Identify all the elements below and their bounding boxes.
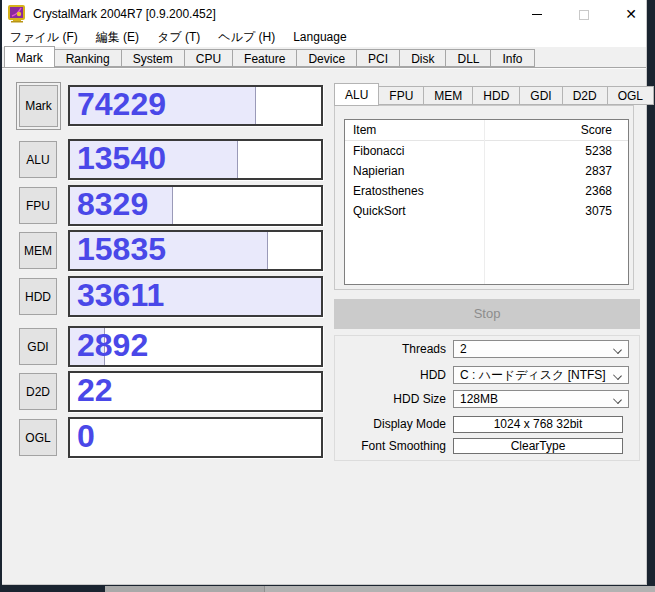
item-cell: Eratosthenes	[345, 181, 484, 201]
list-header-row: Item Score	[345, 120, 628, 141]
mem-score-bar: 15835	[68, 230, 323, 271]
score-cell: 3075	[484, 201, 620, 221]
main-tab-strip: Mark Ranking System CPU Feature Device P…	[2, 47, 646, 68]
app-icon	[8, 5, 26, 23]
d2d-run-button[interactable]: D2D	[19, 373, 57, 410]
list-row-napierian[interactable]: Napierian 2837	[345, 161, 628, 181]
hdd-run-button[interactable]: HDD	[19, 278, 57, 315]
mark-tab-page: Mark 74229 ALU 13540 FPU 8329 MEM 15835 …	[2, 68, 646, 585]
window-title: CrystalMark 2004R7 [0.9.200.452]	[33, 0, 216, 28]
score-cell: 2837	[484, 161, 620, 181]
fpu-run-button[interactable]: FPU	[19, 187, 57, 224]
close-button[interactable]: ✕	[609, 0, 653, 28]
stop-button[interactable]: Stop	[334, 299, 640, 329]
detail-tab-mem[interactable]: MEM	[424, 86, 473, 105]
alu-score-value: 13540	[77, 140, 166, 177]
list-row-fibonacci[interactable]: Fibonacci 5238	[345, 141, 628, 161]
gdi-score-bar: 2892	[68, 326, 323, 367]
maximize-button[interactable]	[562, 0, 606, 28]
tab-ranking[interactable]: Ranking	[55, 49, 122, 67]
menu-language[interactable]: Language	[284, 28, 355, 47]
hdd-score-bar: 33611	[68, 276, 323, 317]
score-cell: 2368	[484, 181, 620, 201]
detail-tab-gdi[interactable]: GDI	[520, 86, 562, 105]
tab-dll[interactable]: DLL	[446, 49, 491, 67]
ogl-run-button[interactable]: OGL	[19, 419, 57, 456]
gdi-run-button[interactable]: GDI	[19, 328, 57, 365]
display-mode-value: 1024 x 768 32bit	[453, 416, 623, 433]
tab-device[interactable]: Device	[297, 49, 357, 67]
fpu-score-bar: 8329	[68, 185, 323, 226]
chevron-down-icon	[613, 395, 622, 404]
alu-results-list[interactable]: Item Score Fibonacci 5238 Napierian 2837…	[344, 119, 629, 285]
detail-tab-alu[interactable]: ALU	[334, 83, 379, 106]
alu-score-bar: 13540	[68, 139, 323, 180]
hdd-label: HDD	[334, 366, 446, 384]
d2d-score-value: 22	[77, 372, 113, 409]
detail-tab-fpu[interactable]: FPU	[379, 86, 424, 105]
item-cell: QuickSort	[345, 201, 484, 221]
detail-tab-d2d[interactable]: D2D	[563, 86, 608, 105]
chevron-down-icon	[613, 345, 622, 354]
gdi-score-value: 2892	[77, 327, 148, 364]
column-divider	[484, 120, 485, 284]
font-smoothing-label: Font Smoothing	[334, 438, 446, 454]
hdd-size-value: 128MB	[460, 392, 498, 406]
tab-disk[interactable]: Disk	[400, 49, 446, 67]
column-header-score[interactable]: Score	[484, 120, 620, 140]
list-row-quicksort[interactable]: QuickSort 3075	[345, 201, 628, 221]
hdd-size-combobox[interactable]: 128MB	[453, 390, 629, 408]
mark-score-bar: 74229	[68, 85, 323, 126]
tab-feature[interactable]: Feature	[233, 49, 297, 67]
score-cell: 5238	[484, 141, 620, 161]
font-smoothing-value: ClearType	[453, 438, 623, 454]
screen: CrystalMark 2004R7 [0.9.200.452] ✕ ファイル …	[0, 0, 655, 592]
mark-button-focus-ring: Mark	[16, 82, 61, 130]
tab-cpu[interactable]: CPU	[185, 49, 233, 67]
chevron-down-icon	[613, 371, 622, 380]
tab-system[interactable]: System	[122, 49, 185, 67]
close-icon: ✕	[625, 6, 637, 22]
hdd-size-label: HDD Size	[334, 390, 446, 408]
fpu-score-value: 8329	[77, 186, 148, 223]
alu-detail-page: Item Score Fibonacci 5238 Napierian 2837…	[334, 106, 634, 290]
hdd-score-value: 33611	[77, 277, 164, 314]
ogl-score-bar: 0	[68, 417, 323, 458]
tab-pci[interactable]: PCI	[357, 49, 400, 67]
mem-score-value: 15835	[77, 231, 166, 268]
menu-bar: ファイル (F) 編集 (E) タブ (T) ヘルプ (H) Language	[2, 28, 646, 47]
mark-run-button[interactable]: Mark	[19, 85, 58, 127]
detail-tab-ogl[interactable]: OGL	[608, 86, 654, 105]
menu-help[interactable]: ヘルプ (H)	[209, 28, 284, 47]
hdd-combobox[interactable]: C : ハードディスク [NTFS]	[453, 366, 629, 384]
threads-combobox[interactable]: 2	[453, 340, 629, 358]
minimize-icon	[532, 14, 542, 15]
threads-value: 2	[460, 342, 467, 356]
detail-tab-hdd[interactable]: HDD	[473, 86, 520, 105]
alu-run-button[interactable]: ALU	[19, 141, 57, 178]
display-mode-label: Display Mode	[334, 416, 446, 432]
column-header-item[interactable]: Item	[345, 120, 484, 140]
menu-file[interactable]: ファイル (F)	[2, 28, 87, 47]
maximize-icon	[579, 10, 589, 20]
menu-tab[interactable]: タブ (T)	[148, 28, 209, 47]
menu-edit[interactable]: 編集 (E)	[87, 28, 148, 47]
mem-run-button[interactable]: MEM	[19, 232, 57, 269]
item-cell: Napierian	[345, 161, 484, 181]
list-row-eratosthenes[interactable]: Eratosthenes 2368	[345, 181, 628, 201]
taskbar-segment[interactable]	[105, 586, 265, 592]
hdd-value: C : ハードディスク [NTFS]	[460, 368, 606, 382]
item-cell: Fibonacci	[345, 141, 484, 161]
mark-score-value: 74229	[77, 86, 166, 123]
d2d-score-bar: 22	[68, 371, 323, 412]
threads-label: Threads	[334, 340, 446, 358]
tab-mark[interactable]: Mark	[4, 46, 55, 68]
ogl-score-value: 0	[77, 418, 95, 455]
crystalmark-window: CrystalMark 2004R7 [0.9.200.452] ✕ ファイル …	[2, 0, 647, 585]
tab-info[interactable]: Info	[491, 49, 534, 67]
detail-tab-strip: ALU FPU MEM HDD GDI D2D OGL	[334, 86, 634, 106]
minimize-button[interactable]	[515, 0, 559, 28]
title-bar[interactable]: CrystalMark 2004R7 [0.9.200.452] ✕	[2, 0, 646, 28]
